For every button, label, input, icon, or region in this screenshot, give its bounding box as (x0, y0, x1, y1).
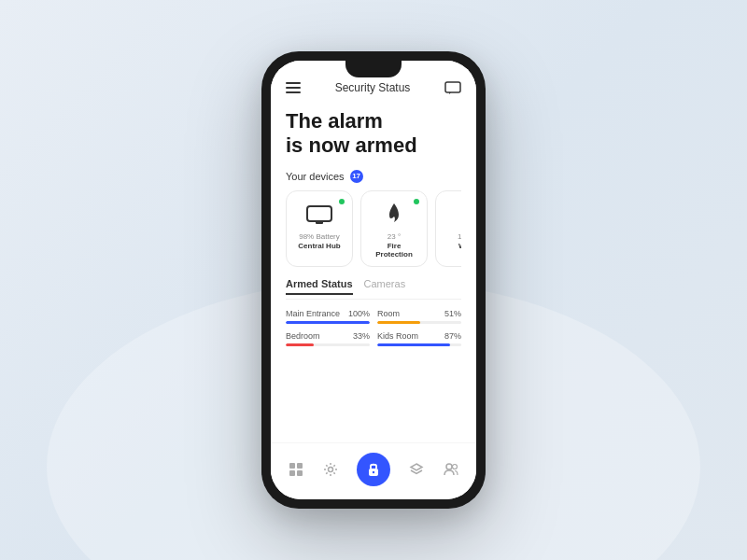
status-item-bedroom: Bedroom 33% (286, 331, 370, 346)
svg-rect-5 (297, 463, 303, 469)
svg-rect-7 (297, 470, 303, 476)
status-item-main-entrance: Main Entrance 100% (286, 309, 370, 324)
status-pct-bedroom: 33% (353, 331, 370, 341)
status-item-room: Room 51% (377, 309, 461, 324)
devices-section: Your devices 17 (286, 170, 461, 267)
layers-icon (407, 460, 426, 479)
grid-icon (287, 460, 305, 479)
users-icon (442, 460, 460, 479)
device-card-fire[interactable]: 23 ° Fire Protection (360, 190, 428, 267)
status-tabs: Armed Status Cameras (286, 278, 461, 300)
alarm-status-title: The alarm is now armed (286, 109, 461, 159)
svg-point-10 (373, 471, 374, 473)
svg-rect-6 (289, 470, 295, 476)
progress-fill-main-entrance (286, 321, 370, 324)
svg-rect-1 (307, 206, 331, 221)
hub-name: Central Hub (298, 242, 340, 250)
svg-point-8 (329, 468, 333, 472)
status-name-kids-room: Kids Room (377, 331, 418, 341)
phone-screen: Security Status The alarm is now armed Y… (271, 61, 476, 499)
water-stat: 14% H (458, 232, 461, 241)
status-dot-fire (414, 199, 419, 204)
bottom-navigation (271, 442, 476, 499)
svg-point-12 (453, 465, 458, 469)
header-title: Security Status (335, 81, 411, 94)
progress-bar-room (377, 321, 461, 324)
tab-cameras[interactable]: Cameras (364, 278, 406, 295)
water-name: Water (458, 242, 461, 250)
status-name-room: Room (377, 309, 400, 318)
nav-lock[interactable] (357, 453, 390, 486)
progress-bar-main-entrance (286, 321, 370, 324)
fire-name: Fire Protection (369, 242, 419, 259)
hub-icon (304, 199, 334, 229)
devices-label: Your devices (286, 171, 345, 182)
devices-list: 98% Battery Central Hub 23 ° Fire Protec… (286, 190, 461, 267)
progress-bar-kids-room (377, 343, 461, 346)
flame-icon (379, 199, 409, 229)
nav-settings[interactable] (321, 460, 340, 479)
svg-rect-4 (289, 463, 295, 469)
device-card-water[interactable]: 14% H Water (435, 190, 461, 267)
progress-fill-bedroom (286, 343, 314, 346)
status-pct-room: 51% (444, 309, 461, 318)
water-icon (454, 199, 461, 229)
devices-count-badge: 17 (350, 170, 363, 183)
settings-icon (321, 460, 340, 479)
menu-button[interactable] (286, 82, 301, 93)
phone-notch (345, 61, 402, 77)
nav-home[interactable] (287, 460, 305, 479)
progress-fill-room (377, 321, 420, 324)
device-card-hub[interactable]: 98% Battery Central Hub (286, 190, 353, 267)
main-content: The alarm is now armed Your devices 17 (271, 102, 476, 442)
status-dot-hub (339, 199, 345, 204)
tab-armed-status[interactable]: Armed Status (286, 278, 353, 295)
status-name-bedroom: Bedroom (286, 331, 320, 341)
lock-icon (357, 453, 390, 486)
hub-stat: 98% Battery (299, 232, 340, 241)
nav-layers[interactable] (407, 460, 426, 479)
devices-header: Your devices 17 (286, 170, 461, 183)
phone-frame: Security Status The alarm is now armed Y… (261, 51, 486, 509)
nav-users[interactable] (442, 460, 460, 479)
chat-button[interactable] (444, 81, 461, 94)
status-pct-main-entrance: 100% (348, 309, 370, 318)
status-item-kids-room: Kids Room 87% (377, 331, 461, 346)
status-name-main-entrance: Main Entrance (286, 309, 340, 318)
progress-bar-bedroom (286, 343, 370, 346)
svg-point-11 (446, 464, 452, 469)
svg-rect-0 (445, 82, 460, 92)
status-pct-kids-room: 87% (444, 331, 461, 341)
status-section: Armed Status Cameras Main Entrance 100% (286, 278, 461, 346)
progress-fill-kids-room (377, 343, 450, 346)
fire-stat: 23 ° (388, 232, 401, 241)
status-grid: Main Entrance 100% Room 51% (286, 309, 461, 346)
